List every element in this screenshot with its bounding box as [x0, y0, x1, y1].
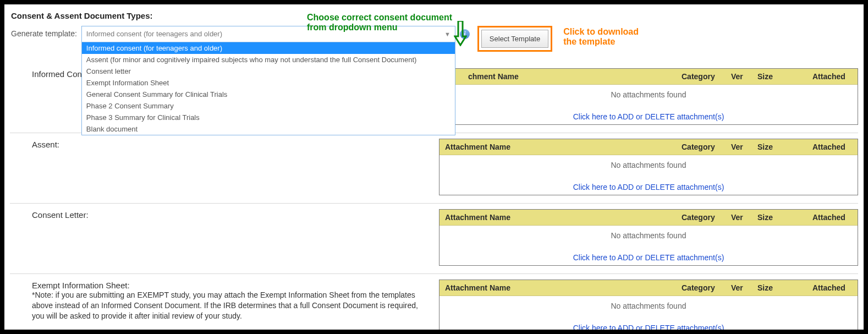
attachment-table-header: Attachment Name Category Ver Size Attach… — [440, 280, 858, 296]
col-attached: Attached — [807, 280, 858, 295]
attachment-table: chment Name Category Ver Size Attached N… — [439, 68, 858, 125]
dropdown-option[interactable]: Phase 2 Consent Summary — [82, 100, 455, 112]
col-size: Size — [752, 210, 807, 225]
col-attachment-name: Attachment Name — [440, 139, 676, 155]
attachment-table: Attachment Name Category Ver Size Attach… — [439, 139, 858, 195]
no-attachments-message: No attachments found — [440, 85, 858, 111]
attachment-table: Attachment Name Category Ver Size Attach… — [439, 280, 858, 334]
section-label-assent: Assent: — [32, 139, 428, 195]
col-category: Category — [676, 139, 726, 155]
dropdown-option[interactable]: Assent (for minor and cognitively impair… — [82, 54, 455, 65]
col-attachment-name: Attachment Name — [440, 280, 676, 295]
combobox-value: Informed consent (for teenagers and olde… — [86, 30, 222, 38]
select-template-highlight: Select Template — [477, 26, 552, 52]
col-size: Size — [752, 280, 807, 295]
add-delete-attachments-link[interactable]: Click here to ADD or DELETE attachment(s… — [573, 183, 724, 191]
annotation-orange: Click to download the template — [563, 27, 639, 47]
attachment-table-header: Attachment Name Category Ver Size Attach… — [440, 210, 858, 226]
dropdown-option[interactable]: Phase 3 Summary for Clinical Trials — [82, 112, 455, 123]
annotation-green: Choose correct consent document from dro… — [307, 13, 452, 32]
col-ver: Ver — [726, 139, 752, 155]
annotation-green-line2: from dropdown menu — [307, 23, 452, 32]
col-attached: Attached — [807, 69, 858, 84]
col-attachment-name: Attachment Name — [440, 210, 676, 225]
no-attachments-message: No attachments found — [440, 226, 858, 252]
col-ver: Ver — [726, 280, 752, 295]
add-delete-attachments-link[interactable]: Click here to ADD or DELETE attachment(s… — [573, 324, 724, 332]
col-category: Category — [676, 210, 726, 225]
exempt-note: *Note: if you are submitting an EXEMPT s… — [32, 290, 428, 321]
section-label-consent-letter: Consent Letter: — [32, 209, 428, 266]
section-label-exempt-info: Exempt Information Sheet: — [32, 281, 428, 290]
add-delete-attachments-link[interactable]: Click here to ADD or DELETE attachment(s… — [573, 112, 724, 121]
dropdown-option[interactable]: Informed consent (for teenagers and olde… — [82, 42, 455, 54]
generate-template-label: Generate template: — [11, 26, 77, 38]
no-attachments-message: No attachments found — [440, 296, 858, 322]
col-ver: Ver — [726, 69, 752, 84]
col-attached: Attached — [807, 210, 858, 225]
attachment-table: Attachment Name Category Ver Size Attach… — [439, 209, 858, 266]
col-attachment-name: chment Name — [440, 69, 676, 84]
col-size: Size — [752, 139, 807, 155]
col-attached: Attached — [807, 139, 858, 155]
dropdown-option[interactable]: General Consent Summary for Clinical Tri… — [82, 89, 455, 100]
add-delete-attachments-link[interactable]: Click here to ADD or DELETE attachment(s… — [573, 253, 724, 262]
select-template-button[interactable]: Select Template — [481, 30, 548, 48]
arrow-down-icon — [454, 21, 467, 46]
template-dropdown: Informed consent (for teenagers and olde… — [81, 42, 455, 135]
attachment-table-header: chment Name Category Ver Size Attached — [440, 69, 858, 85]
attachment-table-header: Attachment Name Category Ver Size Attach… — [440, 139, 858, 155]
col-size: Size — [752, 69, 807, 84]
annotation-green-line1: Choose correct consent document — [307, 13, 452, 23]
dropdown-option[interactable]: Blank document — [82, 123, 455, 135]
no-attachments-message: No attachments found — [440, 155, 858, 182]
col-category: Category — [676, 69, 726, 84]
dropdown-option[interactable]: Consent letter — [82, 65, 455, 77]
col-category: Category — [676, 280, 726, 295]
dropdown-option[interactable]: Exempt Information Sheet — [82, 77, 455, 89]
col-ver: Ver — [726, 210, 752, 225]
annotation-orange-line1: Click to download — [563, 27, 639, 37]
annotation-orange-line2: the template — [563, 37, 639, 47]
